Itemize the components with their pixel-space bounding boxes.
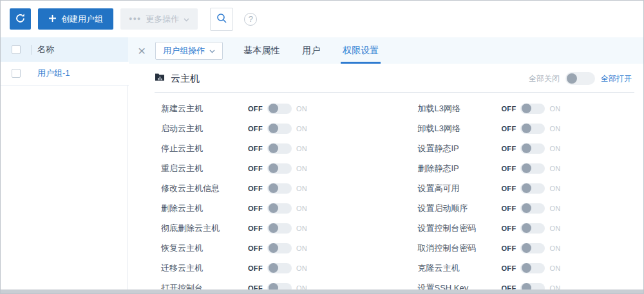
- permission-toggle-group: OFF ON: [502, 104, 561, 114]
- toggle-off-label: OFF: [502, 125, 516, 133]
- all-on-label[interactable]: 全部打开: [601, 73, 632, 84]
- close-icon[interactable]: ×: [138, 44, 146, 57]
- toggle-on-label: ON: [549, 145, 560, 152]
- detail-header: × 用户组操作 基本属性 用户 权限设置: [128, 37, 643, 64]
- permission-toggle-switch[interactable]: [520, 263, 545, 273]
- permission-label: 迁移云主机: [161, 262, 248, 274]
- toggle-on-label: ON: [296, 125, 307, 133]
- toggle-off-label: OFF: [502, 185, 516, 192]
- permission-toggle-switch[interactable]: [267, 163, 292, 174]
- toggle-off-label: OFF: [248, 205, 263, 212]
- permission-toggle-switch[interactable]: [267, 263, 292, 273]
- permission-toggle-switch[interactable]: [520, 183, 545, 194]
- permission-toggle-switch[interactable]: [267, 143, 292, 154]
- master-toggle-group: 全部关闭 全部打开: [529, 72, 632, 85]
- permission-toggle-group: OFF ON: [248, 143, 307, 154]
- tab-users[interactable]: 用户: [300, 37, 322, 64]
- permission-label: 设置静态IP: [418, 143, 502, 154]
- permission-toggle-switch[interactable]: [520, 124, 545, 134]
- permission-label: 加载L3网络: [418, 103, 502, 115]
- toggle-off-label: OFF: [248, 125, 263, 133]
- help-button[interactable]: ?: [244, 13, 257, 26]
- toggle-on-label: ON: [549, 185, 560, 192]
- vm-section-header: 云主机 全部关闭 全部打开: [155, 73, 634, 84]
- permission-toggle-switch[interactable]: [520, 223, 545, 234]
- master-toggle-switch[interactable]: [565, 72, 595, 85]
- permission-row: 彻底删除云主机 OFF ON: [155, 218, 395, 238]
- create-user-group-button[interactable]: 创建用户组: [38, 8, 113, 30]
- permission-row: 删除云主机 OFF ON: [155, 198, 395, 218]
- refresh-button[interactable]: [10, 8, 31, 30]
- user-group-name-link[interactable]: 用户组-1: [37, 68, 70, 79]
- permission-toggle-group: OFF ON: [248, 104, 307, 114]
- toggle-off-label: OFF: [502, 165, 516, 172]
- column-separator: [31, 45, 32, 55]
- permission-row: 删除静态IP OFF ON: [395, 158, 635, 178]
- permission-toggle-group: OFF ON: [502, 223, 561, 234]
- more-actions-button[interactable]: ●●● 更多操作: [120, 8, 198, 30]
- permission-toggle-switch[interactable]: [267, 124, 292, 134]
- permission-row: 重启云主机 OFF ON: [155, 158, 395, 178]
- permission-label: 取消控制台密码: [418, 243, 502, 254]
- permission-row: 新建云主机 OFF ON: [155, 98, 395, 118]
- user-group-list: 名称 用户组-1: [1, 37, 128, 293]
- group-actions-button[interactable]: 用户组操作: [155, 42, 223, 60]
- toggle-off-label: OFF: [248, 244, 263, 252]
- permission-row: 恢复云主机 OFF ON: [155, 238, 395, 258]
- permission-row: 迁移云主机 OFF ON: [155, 258, 395, 278]
- permissions-column-right: 加载L3网络 OFF ON 卸载L3网络 OFF ON 设置静态IP OFF O…: [395, 98, 635, 293]
- search-button[interactable]: [210, 8, 233, 31]
- permission-row: 修改云主机信息 OFF ON: [155, 178, 395, 198]
- all-off-label[interactable]: 全部关闭: [529, 73, 560, 84]
- permission-label: 停止云主机: [161, 143, 248, 154]
- permission-label: 卸载L3网络: [418, 123, 502, 134]
- toggle-on-label: ON: [296, 225, 307, 232]
- permission-toggle-switch[interactable]: [520, 163, 545, 174]
- permission-toggle-group: OFF ON: [248, 223, 307, 234]
- permission-row: 设置控制台密码 OFF ON: [395, 218, 635, 238]
- select-all-checkbox[interactable]: [12, 45, 21, 54]
- toggle-off-label: OFF: [502, 244, 516, 252]
- user-group-row[interactable]: 用户组-1: [1, 62, 129, 86]
- permission-toggle-switch[interactable]: [520, 143, 545, 154]
- main-body: 名称 用户组-1 × 用户组操作 基本属性 用户: [1, 37, 643, 293]
- tab-basic-properties[interactable]: 基本属性: [242, 37, 281, 64]
- permission-label: 新建云主机: [161, 103, 248, 115]
- section-divider: [155, 92, 634, 93]
- permission-toggle-switch[interactable]: [267, 203, 292, 214]
- permission-row: 卸载L3网络 OFF ON: [395, 118, 635, 138]
- chevron-down-icon: [184, 14, 189, 24]
- permission-label: 删除云主机: [161, 203, 248, 214]
- permission-row: 设置静态IP OFF ON: [395, 138, 635, 158]
- permissions-column-left: 新建云主机 OFF ON 启动云主机 OFF ON 停止云主机 OFF ON 重…: [155, 98, 395, 293]
- toggle-off-label: OFF: [248, 165, 263, 172]
- permission-toggle-switch[interactable]: [520, 203, 545, 214]
- permission-toggle-group: OFF ON: [248, 183, 307, 194]
- permission-row: 加载L3网络 OFF ON: [395, 98, 635, 118]
- user-group-page: 创建用户组 ●●● 更多操作 ? 名称: [0, 0, 644, 294]
- permission-toggle-group: OFF ON: [248, 243, 307, 253]
- tab-permission-settings[interactable]: 权限设置: [341, 37, 381, 64]
- toggle-off-label: OFF: [248, 264, 263, 272]
- toggle-off-label: OFF: [502, 205, 516, 212]
- toggle-on-label: ON: [296, 264, 307, 272]
- permission-toggle-group: OFF ON: [248, 263, 307, 273]
- permission-toggle-switch[interactable]: [520, 243, 545, 253]
- toggle-off-label: OFF: [248, 225, 263, 232]
- permission-label: 恢复云主机: [161, 243, 248, 254]
- horizontal-scrollbar[interactable]: [1, 289, 643, 293]
- permission-toggle-switch[interactable]: [267, 223, 292, 234]
- row-checkbox[interactable]: [12, 69, 21, 78]
- permission-label: 彻底删除云主机: [161, 223, 248, 234]
- permission-toggle-switch[interactable]: [267, 104, 292, 114]
- list-empty-area: [1, 86, 128, 293]
- permission-toggle-switch[interactable]: [520, 104, 545, 114]
- permission-row: 停止云主机 OFF ON: [155, 138, 395, 158]
- permission-row: 启动云主机 OFF ON: [155, 118, 395, 138]
- search-icon: [216, 12, 227, 26]
- toggle-on-label: ON: [296, 145, 307, 152]
- permission-toggle-switch[interactable]: [267, 243, 292, 253]
- permission-toggle-switch[interactable]: [267, 183, 292, 194]
- help-question-icon: ?: [249, 14, 253, 24]
- toggle-on-label: ON: [549, 244, 560, 252]
